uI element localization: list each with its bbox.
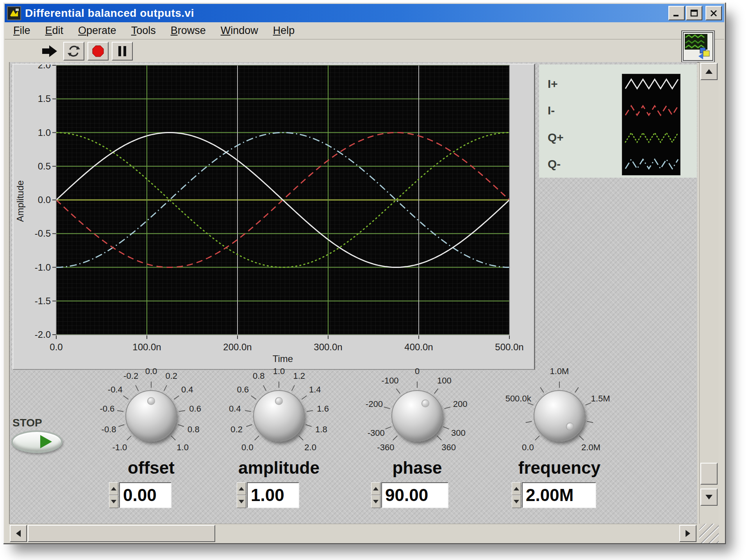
stop-sign-icon xyxy=(91,45,105,58)
menu-operate[interactable]: Operate xyxy=(78,25,116,37)
amplitude-decrement-button[interactable] xyxy=(237,495,246,508)
menu-file[interactable]: File xyxy=(13,25,30,37)
scroll-up-icon xyxy=(705,69,712,74)
frequency-knob-ball[interactable] xyxy=(534,390,585,442)
amplitude-knob-unit: 0.00.20.40.60.81.01.21.41.61.82.0 amplit… xyxy=(220,365,338,524)
knob-tick xyxy=(585,402,591,405)
svg-text:-1.0: -1.0 xyxy=(35,262,51,273)
scroll-left-button[interactable] xyxy=(10,525,27,542)
phase-scale-0: 0 xyxy=(415,366,420,376)
scroll-down-icon xyxy=(705,495,712,499)
svg-text:-0.5: -0.5 xyxy=(35,228,51,239)
amplitude-scale-1.4: 1.4 xyxy=(309,385,321,395)
maximize-button[interactable] xyxy=(686,6,702,20)
run-continuously-button[interactable] xyxy=(63,42,84,61)
amplitude-scale-0.8: 0.8 xyxy=(253,371,265,381)
offset-knob-unit: -1.0-0.8-0.6-0.4-0.20.00.20.40.60.81.0 o… xyxy=(93,365,210,524)
vertical-scrollbar[interactable] xyxy=(699,62,719,524)
menu-tools[interactable]: Tools xyxy=(131,25,156,37)
menu-edit[interactable]: Edit xyxy=(45,25,64,37)
offset-scale--0.4: -0.4 xyxy=(108,385,123,395)
frequency-spinner xyxy=(512,482,521,508)
frequency-knob[interactable]: 0.0500.0k1.0M1.5M2.0M xyxy=(501,365,618,471)
svg-text:2.0: 2.0 xyxy=(38,64,51,70)
stop-label: STOP xyxy=(12,417,42,429)
run-arrow-icon xyxy=(41,45,58,58)
knob-tick xyxy=(434,389,438,394)
knob-tick xyxy=(117,410,123,412)
phase-scale-300: 300 xyxy=(451,428,466,438)
frequency-scale-1.0M: 1.0M xyxy=(550,366,569,376)
knob-tick xyxy=(171,435,176,441)
amplitude-scale-0.0: 0.0 xyxy=(241,442,254,453)
knob-tick xyxy=(384,407,390,409)
svg-text:0.0: 0.0 xyxy=(50,342,62,352)
close-button[interactable] xyxy=(705,6,722,20)
stop-button[interactable] xyxy=(11,430,62,453)
amplitude-scale-1.8: 1.8 xyxy=(315,424,327,435)
offset-value-field[interactable]: 0.00 xyxy=(119,482,171,508)
knob-tick xyxy=(118,424,125,427)
knob-tick xyxy=(254,435,259,441)
svg-text:Amplitude: Amplitude xyxy=(15,180,25,222)
phase-knob[interactable]: -360-300-200-1000100200300360 xyxy=(359,365,476,471)
phase-knob-ball[interactable] xyxy=(391,390,443,442)
frequency-scale-0.0: 0.0 xyxy=(522,442,534,453)
phase-spinner xyxy=(371,482,380,508)
svg-text:300.0n: 300.0n xyxy=(314,342,342,352)
knob-tick xyxy=(587,421,593,423)
offset-scale--1.0: -1.0 xyxy=(112,442,127,453)
phase-scale-360: 360 xyxy=(441,442,456,453)
horizontal-scroll-thumb[interactable] xyxy=(28,525,215,542)
pause-button[interactable] xyxy=(112,42,133,61)
legend-line-samples xyxy=(622,74,680,175)
toolbar xyxy=(5,40,724,62)
amplitude-knob[interactable]: 0.00.20.40.60.81.01.21.41.61.82.0 xyxy=(220,365,338,471)
phase-increment-button[interactable] xyxy=(371,482,380,495)
legend-item-q-minus[interactable]: Q- xyxy=(548,157,561,171)
amplitude-knob-label: amplitude xyxy=(220,458,338,478)
scroll-up-button[interactable] xyxy=(700,63,718,80)
frequency-increment-button[interactable] xyxy=(512,482,521,495)
pause-icon xyxy=(116,45,128,58)
knob-tick xyxy=(251,395,256,399)
offset-increment-button[interactable] xyxy=(109,482,118,495)
legend-item-i-minus[interactable]: I- xyxy=(548,104,555,117)
amplitude-scale-0.2: 0.2 xyxy=(230,424,243,435)
knob-tick xyxy=(444,407,450,409)
offset-decrement-button[interactable] xyxy=(109,495,118,508)
offset-scale-0.6: 0.6 xyxy=(189,404,201,414)
minimize-button[interactable] xyxy=(668,6,685,20)
knob-tick xyxy=(535,435,540,441)
resize-grip[interactable] xyxy=(699,524,719,543)
phase-decrement-button[interactable] xyxy=(371,495,380,508)
knob-tick xyxy=(179,410,185,412)
abort-button[interactable] xyxy=(88,42,109,61)
close-icon xyxy=(709,9,718,17)
frequency-scale-2.0M: 2.0M xyxy=(581,442,600,453)
run-button[interactable] xyxy=(39,42,60,61)
amplitude-value-field[interactable]: 1.00 xyxy=(247,482,299,508)
offset-scale-0.2: 0.2 xyxy=(165,371,177,381)
amplitude-increment-button[interactable] xyxy=(237,482,246,495)
frequency-knob-label: frequency xyxy=(501,458,618,478)
frequency-value-field[interactable]: 2.00M xyxy=(522,482,596,508)
phase-value-field[interactable]: 90.00 xyxy=(381,482,448,508)
menu-help[interactable]: Help xyxy=(273,25,295,37)
frequency-decrement-button[interactable] xyxy=(512,495,521,508)
knob-tick xyxy=(443,426,449,430)
vertical-scroll-thumb[interactable] xyxy=(700,463,718,485)
menu-browse[interactable]: Browse xyxy=(171,25,206,37)
legend-item-i-plus[interactable]: I+ xyxy=(548,77,558,91)
offset-knob[interactable]: -1.0-0.8-0.6-0.4-0.20.00.20.40.60.81.0 xyxy=(93,365,210,471)
scroll-right-button[interactable] xyxy=(679,525,696,542)
frequency-knob-unit: 0.0500.0k1.0M1.5M2.0M frequency 2.00M xyxy=(501,365,618,524)
menu-window[interactable]: Window xyxy=(221,25,258,37)
amplitude-scale-0.4: 0.4 xyxy=(229,404,241,414)
scroll-down-button[interactable] xyxy=(700,489,718,506)
horizontal-scrollbar[interactable] xyxy=(9,524,697,543)
legend-item-q-plus[interactable]: Q+ xyxy=(548,131,564,144)
knob-tick xyxy=(525,421,532,423)
knob-tick xyxy=(174,395,179,399)
legend-sample-I+ xyxy=(625,79,678,89)
